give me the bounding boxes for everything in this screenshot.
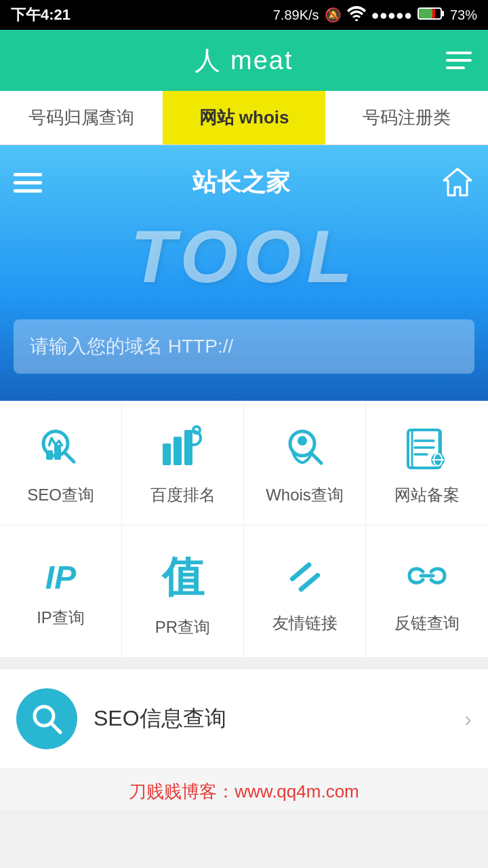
seo-icon — [37, 425, 85, 473]
baidu-rank-label: 百度排名 — [150, 484, 216, 506]
battery-icon — [418, 7, 445, 24]
whois-query-label: Whois查询 — [266, 484, 344, 506]
seo-query-label: SEO查询 — [27, 484, 94, 506]
svg-point-0 — [355, 19, 358, 21]
tool-baidu-rank[interactable]: 百度排名 — [122, 401, 244, 526]
battery-percent: 73% — [450, 7, 477, 23]
svg-rect-10 — [174, 437, 182, 465]
ip-icon: IP — [45, 559, 76, 596]
backlink-query-label: 反链查询 — [394, 612, 460, 634]
friend-link-icon — [281, 553, 329, 601]
svg-point-13 — [193, 427, 200, 433]
seo-search-icon — [16, 688, 77, 749]
tab-bar: 号码归属查询 网站 whois 号码注册类 — [0, 91, 488, 145]
svg-line-16 — [312, 454, 321, 463]
content-toolbar: 站长之家 — [14, 165, 474, 199]
site-record-label: 网站备案 — [394, 484, 460, 506]
chevron-right-icon: › — [464, 707, 472, 732]
tool-ip-query[interactable]: IP IP查询 — [0, 526, 122, 658]
tab-phone-lookup[interactable]: 号码归属查询 — [0, 91, 163, 144]
network-speed: 7.89K/s — [273, 7, 319, 23]
backlink-icon — [403, 553, 451, 601]
mute-icon: 🔕 — [325, 7, 342, 23]
tool-friend-link[interactable]: 友情链接 — [244, 526, 366, 658]
tool-pr-query[interactable]: 值 PR查询 — [122, 526, 244, 658]
site-record-icon — [403, 425, 451, 473]
status-bar: 下午4:21 7.89K/s 🔕 ●●●●● 73% — [0, 0, 488, 30]
svg-rect-7 — [46, 450, 53, 460]
svg-rect-9 — [163, 443, 171, 465]
svg-point-15 — [298, 436, 307, 446]
tool-backlink-query[interactable]: 反链查询 — [366, 526, 488, 658]
svg-rect-2 — [441, 11, 444, 16]
hamburger-button[interactable] — [14, 173, 42, 193]
svg-line-26 — [301, 575, 318, 589]
seo-info-section[interactable]: SEO信息查询 › — [0, 669, 488, 769]
friend-link-label: 友情链接 — [272, 612, 338, 634]
content-title: 站长之家 — [192, 166, 290, 199]
header-title: 人 meat — [195, 43, 293, 78]
svg-rect-3 — [419, 9, 432, 18]
header: 人 meat — [0, 30, 488, 91]
tool-whois-query[interactable]: Whois查询 — [244, 401, 366, 526]
home-button[interactable] — [441, 165, 474, 199]
tab-whois[interactable]: 网站 whois — [163, 91, 325, 144]
baidu-rank-icon — [159, 425, 207, 473]
svg-line-29 — [51, 723, 60, 732]
pr-icon: 值 — [162, 549, 204, 606]
status-right: 7.89K/s 🔕 ●●●●● 73% — [273, 6, 477, 24]
ip-query-label: IP查询 — [37, 607, 85, 629]
whois-icon — [281, 425, 329, 473]
svg-rect-8 — [54, 445, 61, 460]
watermark: 刀贱贱博客：www.qq4m.com — [0, 769, 488, 809]
svg-line-25 — [292, 565, 309, 579]
content-area: 站长之家 TOOL — [0, 145, 488, 401]
tab-phone-register[interactable]: 号码注册类 — [325, 91, 488, 144]
seo-section-label: SEO信息查询 — [94, 704, 448, 734]
tools-grid: SEO查询 百度排名 Whois查询 — [0, 401, 488, 658]
svg-line-6 — [64, 452, 74, 462]
header-menu-button[interactable] — [446, 52, 472, 69]
domain-search-input[interactable] — [14, 319, 474, 374]
wifi-icon — [347, 6, 366, 24]
tool-site-record[interactable]: 网站备案 — [366, 401, 488, 526]
tool-logo: TOOL — [14, 213, 474, 299]
pr-query-label: PR查询 — [155, 616, 210, 638]
status-time: 下午4:21 — [11, 5, 70, 25]
signal-icon: ●●●●● — [371, 7, 412, 23]
svg-rect-4 — [432, 9, 435, 18]
tool-seo-query[interactable]: SEO查询 — [0, 401, 122, 526]
